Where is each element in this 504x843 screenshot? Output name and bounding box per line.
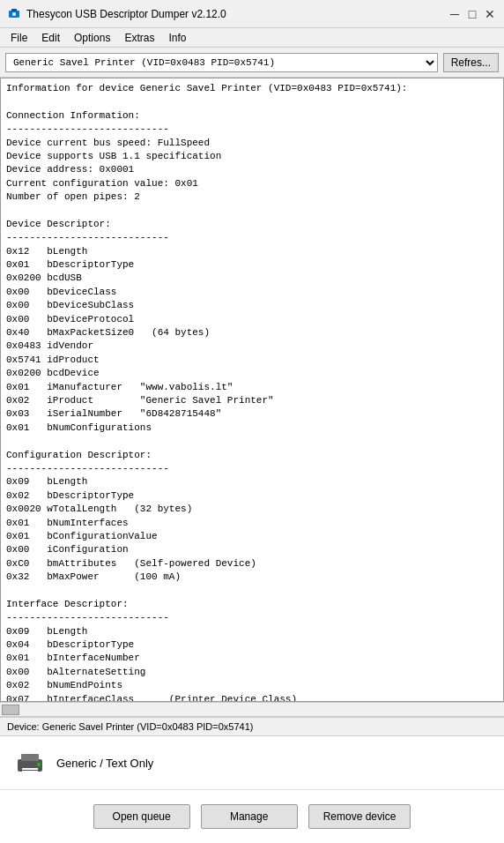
status-text: Device: Generic Savel Printer (VID=0x048… (7, 721, 253, 732)
title-bar: Thesycon USB Descriptor Dumper v2.12.0 ─… (0, 0, 504, 28)
status-bar: Device: Generic Savel Printer (VID=0x048… (0, 716, 504, 735)
refresh-button[interactable]: Refres... (443, 53, 499, 72)
menu-options[interactable]: Options (67, 30, 117, 46)
printer-icon (14, 747, 46, 779)
horizontal-scrollbar[interactable] (0, 702, 504, 716)
main-content-area[interactable]: Information for device Generic Savel Pri… (0, 78, 504, 702)
toolbar: Generic Savel Printer (VID=0x0483 PID=0x… (0, 48, 504, 78)
maximize-button[interactable]: □ (465, 7, 479, 21)
scroll-thumb[interactable] (2, 705, 19, 715)
svg-point-7 (37, 763, 41, 766)
action-buttons: Open queue Manage Remove device (0, 790, 504, 843)
open-queue-button[interactable]: Open queue (93, 804, 190, 829)
minimize-button[interactable]: ─ (448, 7, 462, 21)
device-info-row: Generic / Text Only (0, 736, 504, 790)
device-panel: Generic / Text Only Open queue Manage Re… (0, 735, 504, 843)
title-bar-left: Thesycon USB Descriptor Dumper v2.12.0 (7, 7, 226, 21)
manage-button[interactable]: Manage (201, 804, 298, 829)
svg-rect-6 (22, 771, 38, 772)
remove-device-button[interactable]: Remove device (308, 804, 411, 829)
svg-point-2 (12, 12, 16, 16)
window-title: Thesycon USB Descriptor Dumper v2.12.0 (26, 8, 226, 20)
close-button[interactable]: ✕ (483, 7, 497, 21)
menu-bar: File Edit Options Extras Info (0, 28, 504, 48)
device-display-name: Generic / Text Only (56, 757, 153, 770)
window-controls: ─ □ ✕ (448, 7, 497, 21)
menu-edit[interactable]: Edit (34, 30, 67, 46)
svg-rect-4 (21, 754, 39, 761)
menu-file[interactable]: File (4, 30, 34, 46)
app-icon (7, 7, 21, 21)
descriptor-text: Information for device Generic Savel Pri… (6, 82, 498, 702)
menu-extras[interactable]: Extras (117, 30, 161, 46)
menu-info[interactable]: Info (161, 30, 193, 46)
svg-rect-1 (11, 9, 17, 11)
svg-rect-5 (22, 768, 38, 770)
device-select[interactable]: Generic Savel Printer (VID=0x0483 PID=0x… (5, 53, 438, 72)
